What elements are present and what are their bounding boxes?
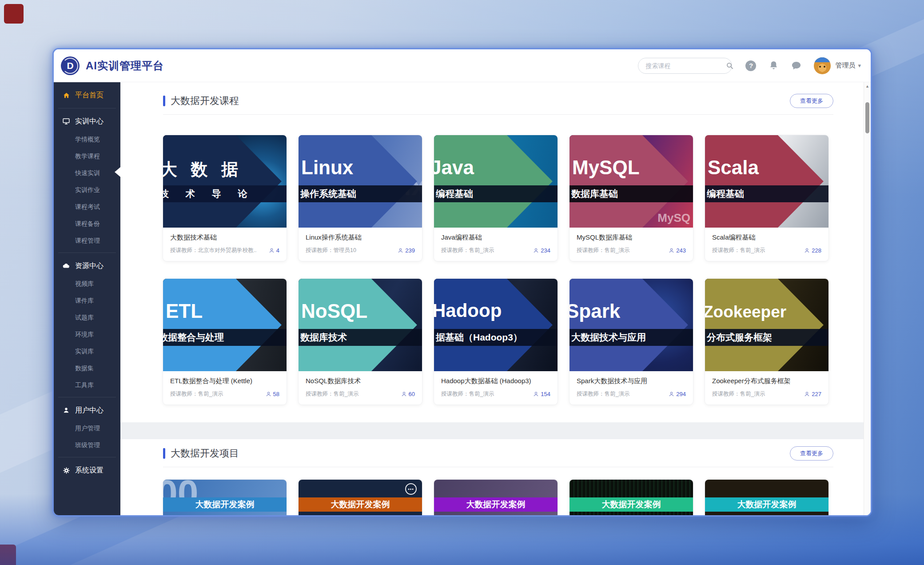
bell-icon[interactable] (769, 60, 779, 71)
message-icon[interactable] (791, 60, 801, 71)
sidebar-item-monitor[interactable]: 实训中心 (54, 112, 120, 131)
sidebar-item-label: 系统设置 (75, 466, 104, 475)
cover-subtitle-band: 据基础（Hadoop3） (434, 329, 558, 346)
sidebar-subitem[interactable]: 快速实训 (54, 164, 120, 181)
cover-title: Spark (570, 300, 620, 322)
course-cover: MySQ数据库基础MySQL (570, 135, 693, 228)
sidebar-subitem[interactable]: 试题库 (54, 309, 120, 326)
course-cover: 数据整合与处理ETL (163, 279, 287, 371)
course-card[interactable]: 大数据技术与应用SparkSpark大数据技术与应用授课教师：售前_演示294 (570, 279, 693, 405)
chevron-down-icon[interactable]: ▾ (858, 62, 861, 69)
scrollbar[interactable]: ▲ (864, 82, 871, 517)
desktop-marker (0, 545, 16, 565)
cover-title: Hadoop (434, 300, 502, 321)
course-card[interactable]: 分布式服务框架ZookeeperZookeeper分布式服务框架授课教师：售前_… (705, 279, 828, 405)
ellipsis-icon: ••• (405, 483, 417, 495)
sidebar-item-gear[interactable]: 系统设置 (54, 461, 120, 480)
course-title: MySQL数据库基础 (577, 233, 686, 242)
sidebar-item-user[interactable]: 用户中心 (54, 401, 120, 420)
sidebar-item-cloud[interactable]: 资源中心 (54, 256, 120, 275)
section-gap (120, 422, 871, 439)
student-count: 60 (409, 391, 415, 397)
cover-subtitle: 技 术 导 论 (163, 188, 255, 200)
divider (58, 397, 116, 397)
sidebar-subitem[interactable]: 课程备份 (54, 215, 120, 232)
view-more-courses-button[interactable]: 查看更多 (790, 94, 833, 108)
sidebar-subitem[interactable]: 课程管理 (54, 232, 120, 249)
cover-arrow-shape (705, 135, 828, 228)
search-box[interactable] (638, 58, 732, 74)
cover-title: Scala (708, 156, 759, 179)
divider (163, 467, 833, 467)
course-card[interactable]: inux操作系统基础LinuxLinux操作系统基础授课教师：管理员10239 (299, 135, 422, 261)
app-window: D AI实训管理平台 ? 管理员 ▾ 平台首页实训中心学情概览教学课程快速实训实… (52, 48, 872, 517)
course-teacher: 授课教师：售前_演示 (577, 390, 629, 398)
course-card[interactable]: 据基础（Hadoop3）HadoopHadoop大数据基础 (Hadoop3)授… (434, 279, 558, 405)
course-title: ETL数据整合与处理 (Kettle) (170, 377, 279, 385)
sidebar-subitem[interactable]: 工具库 (54, 377, 120, 393)
cover-subtitle: 数据库技术 (300, 331, 347, 344)
person-icon (401, 391, 407, 397)
home-icon (62, 92, 71, 99)
search-icon[interactable] (726, 62, 734, 70)
app-title: AI实训管理平台 (86, 59, 164, 73)
case-banner: 大数据开发案例 (163, 497, 287, 512)
divider (58, 457, 116, 457)
sidebar-item-home[interactable]: 平台首页 (54, 86, 120, 104)
section-accent-bar (163, 448, 165, 459)
sidebar-subitem[interactable]: 班级管理 (54, 437, 120, 453)
student-count: 58 (273, 391, 279, 397)
course-cover: 技 术 导 论大 数 据 (163, 135, 287, 228)
scroll-up-icon[interactable]: ▲ (864, 84, 871, 88)
student-count: 243 (676, 247, 686, 254)
user-name[interactable]: 管理员 (835, 61, 855, 70)
gear-icon (62, 467, 71, 474)
course-card[interactable]: 编程基础JavaJava编程基础授课教师：售前_演示234 (434, 135, 558, 261)
cover-subtitle-band: 数据库基础 (570, 185, 693, 202)
course-title: Hadoop大数据基础 (Hadoop3) (441, 377, 550, 385)
course-title: Linux操作系统基础 (306, 233, 415, 242)
projects-section: 大数据开发项目 查看更多 00大数据开发案例•••大数据开发案例大数据开发案例大… (120, 439, 871, 517)
sidebar-subitem[interactable]: 实训库 (54, 343, 120, 360)
sidebar-subitem[interactable]: 用户管理 (54, 420, 120, 437)
sidebar-subitem[interactable]: 视频库 (54, 275, 120, 292)
person-icon (269, 248, 275, 253)
case-card[interactable]: 大数据开发案例 (434, 480, 558, 517)
view-more-projects-button[interactable]: 查看更多 (790, 446, 833, 461)
sidebar-subitem[interactable]: 教学课程 (54, 148, 120, 164)
case-card[interactable]: 大数据开发案例 (570, 480, 693, 517)
scrollbar-thumb[interactable] (865, 102, 869, 133)
course-card[interactable]: 编程基础ScalaScala编程基础授课教师：售前_演示228 (705, 135, 828, 261)
cover-arrow-shape (299, 135, 422, 228)
course-card[interactable]: 数据库技术NoSQLNoSQL数据库技术授课教师：售前_演示60 (299, 279, 422, 405)
cover-subtitle: 数据整合与处理 (163, 331, 224, 344)
case-card[interactable]: 大数据开发案例 (705, 480, 828, 517)
student-count: 4 (276, 247, 279, 254)
course-card[interactable]: 技 术 导 论大 数 据大数据技术基础授课教师：北京市对外贸易学校教...4 (163, 135, 287, 261)
sidebar-subitem[interactable]: 学情概览 (54, 131, 120, 148)
divider (58, 252, 116, 253)
search-input[interactable] (645, 62, 726, 69)
sidebar-subitem[interactable]: 实训作业 (54, 181, 120, 198)
user-avatar[interactable] (814, 57, 831, 74)
case-card[interactable]: •••大数据开发案例 (299, 480, 422, 517)
sidebar-item-label: 实训中心 (75, 117, 104, 126)
help-icon[interactable]: ? (745, 60, 756, 71)
course-card[interactable]: MySQ数据库基础MySQLMySQL数据库基础授课教师：售前_演示243 (570, 135, 693, 261)
cover-subtitle-band: 技 术 导 论 (163, 185, 287, 202)
active-item-pointer (115, 167, 120, 177)
person-icon (266, 391, 271, 397)
cover-arrow-shape (299, 279, 422, 371)
course-cover: 编程基础Scala (705, 135, 828, 228)
course-teacher: 授课教师：管理员10 (306, 247, 356, 254)
course-cover: 数据库技术NoSQL (299, 279, 422, 371)
course-card[interactable]: 数据整合与处理ETLETL数据整合与处理 (Kettle)授课教师：售前_演示5… (163, 279, 287, 405)
sidebar-subitem[interactable]: 环境库 (54, 326, 120, 343)
sidebar-subitem[interactable]: 课件库 (54, 292, 120, 309)
cover-title: NoSQL (301, 300, 367, 322)
case-card[interactable]: 00大数据开发案例 (163, 480, 287, 517)
sidebar-subitem[interactable]: 数据集 (54, 360, 120, 377)
course-teacher: 授课教师：售前_演示 (441, 390, 494, 398)
student-count: 228 (812, 247, 821, 254)
sidebar-subitem[interactable]: 课程考试 (54, 198, 120, 215)
